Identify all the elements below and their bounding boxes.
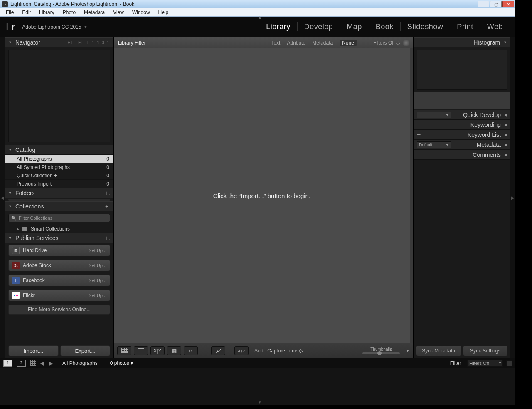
histogram-display (417, 50, 507, 90)
painter-tool-button[interactable]: 🖌 (211, 346, 225, 355)
navigator-zoom-options[interactable]: FIT FILL 1:1 3:1 (67, 40, 110, 45)
sync-metadata-button[interactable]: Sync Metadata (416, 345, 461, 356)
add-collection-icon[interactable]: +. (105, 203, 110, 210)
close-button[interactable]: ✕ (502, 1, 514, 7)
right-panel-collapse[interactable]: ▶ (510, 37, 515, 358)
minimize-button[interactable]: — (478, 1, 489, 7)
publish-flickr[interactable]: Flickr Set Up... (8, 290, 110, 301)
export-button[interactable]: Export... (60, 345, 111, 356)
navigator-title: Navigator (15, 39, 40, 46)
menu-help[interactable]: Help (154, 9, 173, 16)
survey-view-button[interactable]: ▦ (167, 346, 181, 355)
toolbar-options-chevron-icon[interactable]: ▼ (406, 348, 410, 353)
catalog-row-count: 0 (106, 164, 109, 170)
menu-window[interactable]: Window (128, 9, 154, 16)
module-print[interactable]: Print (450, 22, 480, 31)
bottom-panel-chevron-icon[interactable]: ▼ (258, 400, 262, 404)
module-web[interactable]: Web (480, 22, 510, 31)
maximize-button[interactable]: ▢ (490, 1, 502, 7)
filter-tab-none[interactable]: None (340, 40, 357, 46)
sort-direction-button[interactable]: a↕z (234, 346, 249, 355)
quick-develop-header[interactable]: ▼ Quick Develop ◀ (414, 110, 510, 120)
menu-file[interactable]: File (2, 9, 18, 16)
module-develop[interactable]: Develop (297, 22, 340, 31)
filter-collections-input[interactable]: Filter Collections (8, 214, 110, 222)
catalog-row-synced[interactable]: All Synced Photographs 0 (5, 163, 113, 171)
left-panel-collapse[interactable]: ◀ (0, 37, 5, 358)
catalog-row-all-photos[interactable]: All Photographs 0 (5, 155, 113, 163)
saved-preset-dropdown[interactable]: ▼ (417, 112, 451, 118)
grid-view-button[interactable] (117, 346, 131, 355)
menu-edit[interactable]: Edit (18, 9, 35, 16)
nav-back-icon[interactable]: ◀ (40, 360, 44, 367)
jump-to-grid-icon[interactable] (30, 360, 36, 366)
chevron-down-icon: ▼ (8, 40, 12, 45)
chevron-down-icon: ▼ (8, 236, 12, 240)
filter-tab-text[interactable]: Text (271, 40, 280, 46)
smart-collections-row[interactable]: ▶ Smart Collections (5, 225, 113, 233)
sync-settings-button[interactable]: Sync Settings (463, 345, 508, 356)
catalog-title: Catalog (15, 146, 35, 153)
publish-adobe-stock[interactable]: St Adobe Stock Set Up... (8, 260, 110, 271)
publish-hard-drive[interactable]: ⊟ Hard Drive Set Up... (8, 245, 110, 256)
add-keyword-icon[interactable]: + (417, 131, 421, 139)
comments-title: Comments (473, 151, 501, 158)
menu-metadata[interactable]: Metadata (80, 9, 109, 16)
top-panel-chevron-icon[interactable]: ▲ (258, 15, 262, 20)
publish-header[interactable]: ▼ Publish Services +. (5, 233, 113, 243)
filmstrip-count[interactable]: 0 photos ▾ (110, 360, 133, 366)
secondary-display-button[interactable]: 2 (17, 360, 26, 367)
module-book[interactable]: Book (369, 22, 400, 31)
comments-header[interactable]: Comments ◀ (414, 150, 510, 160)
publish-setup-link[interactable]: Set Up... (89, 263, 106, 268)
catalog-row-quick-collection[interactable]: Quick Collection + 0 (5, 171, 113, 180)
thumbnail-size-slider[interactable]: Thumbnails (362, 347, 400, 354)
keyword-list-header[interactable]: + Keyword List ◀ (414, 130, 510, 140)
menu-photo[interactable]: Photo (59, 9, 80, 16)
add-publish-icon[interactable]: +. (105, 235, 110, 241)
chevron-down-icon: ▼ (503, 40, 507, 45)
menu-view[interactable]: View (109, 9, 128, 16)
module-slideshow[interactable]: Slideshow (400, 22, 450, 31)
metadata-preset-dropdown[interactable]: Default▼ (417, 141, 451, 148)
catalog-row-previous-import[interactable]: Previous Import 0 (5, 180, 113, 188)
sync-row: Sync Metadata Sync Settings (414, 344, 510, 358)
right-panel: Histogram ▼ ▼ Quick Develop ◀ Keywording… (413, 37, 510, 358)
module-map[interactable]: Map (340, 22, 369, 31)
center-panel: Library Filter : Text Attribute Metadata… (114, 37, 413, 358)
metadata-header[interactable]: Default▼ Metadata ◀ (414, 140, 510, 150)
publish-facebook[interactable]: f Facebook Set Up... (8, 275, 110, 286)
people-view-button[interactable]: ☺ (184, 346, 198, 355)
filter-tab-attribute[interactable]: Attribute (287, 40, 305, 46)
publish-setup-link[interactable]: Set Up... (89, 248, 106, 253)
nav-forward-icon[interactable]: ▶ (49, 360, 53, 367)
catalog-row-label: All Photographs (17, 156, 52, 162)
catalog-header[interactable]: ▼ Catalog (5, 145, 113, 155)
filmstrip-source[interactable]: All Photographs (62, 360, 98, 366)
filmstrip-filter-dropdown[interactable]: Filters Off▾ (467, 360, 503, 367)
module-library[interactable]: Library (259, 22, 297, 31)
lr-logo: Lr (6, 21, 15, 33)
filter-lock-icon[interactable] (403, 40, 409, 46)
compare-view-button[interactable]: X|Y (150, 346, 165, 355)
loupe-view-button[interactable] (134, 346, 148, 355)
add-folder-icon[interactable]: +. (105, 190, 110, 196)
filters-off-dropdown[interactable]: Filters Off ◇ (373, 40, 400, 46)
import-button[interactable]: Import... (8, 345, 59, 356)
navigator-header[interactable]: ▼ Navigator FIT FILL 1:1 3:1 (5, 37, 113, 47)
collections-header[interactable]: ▼ Collections +. (5, 201, 113, 211)
folders-header[interactable]: ▼ Folders +. (5, 188, 113, 198)
product-label: Adobe Lightroom CC 2015 (22, 24, 81, 30)
histogram-header[interactable]: Histogram ▼ (414, 37, 510, 47)
find-more-services[interactable]: Find More Services Online... (8, 305, 110, 315)
publish-setup-link[interactable]: Set Up... (89, 278, 106, 283)
keywording-header[interactable]: Keywording ◀ (414, 120, 510, 130)
menu-library[interactable]: Library (35, 9, 59, 16)
filter-tab-metadata[interactable]: Metadata (312, 40, 333, 46)
identity-chevron-icon[interactable]: ▼ (84, 25, 87, 29)
filter-switch-icon[interactable] (506, 360, 512, 366)
primary-display-button[interactable]: 1 (3, 360, 12, 367)
publish-setup-link[interactable]: Set Up... (89, 293, 106, 298)
sort-dropdown[interactable]: Capture Time ◇ (267, 348, 302, 354)
volume-bar (8, 199, 110, 201)
